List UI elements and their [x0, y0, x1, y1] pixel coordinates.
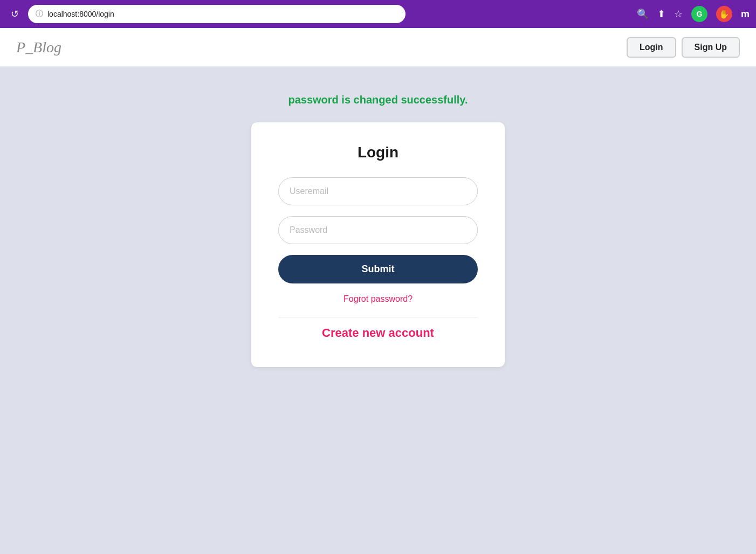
submit-button[interactable]: Submit: [278, 255, 478, 283]
divider: [278, 317, 478, 317]
search-icon[interactable]: 🔍: [637, 8, 649, 20]
main-content: password is changed successfully. Login …: [0, 67, 756, 554]
share-icon[interactable]: ⬆: [657, 8, 665, 20]
email-input[interactable]: [278, 177, 478, 205]
create-account-link[interactable]: Create new account: [322, 326, 434, 340]
navbar: P_Blog Login Sign Up: [0, 28, 756, 67]
browser-chrome: ↺ ⓘ localhost:8000/login 🔍 ⬆ ☆ G ✋ m: [0, 0, 756, 28]
signup-nav-button[interactable]: Sign Up: [682, 37, 740, 58]
address-bar[interactable]: ⓘ localhost:8000/login: [28, 5, 406, 23]
nav-buttons: Login Sign Up: [627, 37, 740, 58]
success-message: password is changed successfully.: [288, 94, 468, 106]
avatar-hand[interactable]: ✋: [716, 6, 732, 22]
reload-button[interactable]: ↺: [6, 6, 23, 22]
password-input[interactable]: [278, 216, 478, 244]
avatar-g[interactable]: G: [691, 6, 707, 22]
browser-actions: 🔍 ⬆ ☆ G ✋ m: [637, 6, 750, 22]
login-nav-button[interactable]: Login: [627, 37, 676, 58]
url-text: localhost:8000/login: [47, 10, 114, 18]
login-title: Login: [358, 144, 398, 161]
brand-logo: P_Blog: [16, 39, 61, 56]
avatar-m: m: [741, 9, 750, 20]
star-icon[interactable]: ☆: [674, 8, 683, 20]
forgot-password-link[interactable]: Fogrot password?: [343, 294, 413, 304]
login-card: Login Submit Fogrot password? Create new…: [251, 122, 505, 367]
info-icon: ⓘ: [36, 9, 43, 19]
